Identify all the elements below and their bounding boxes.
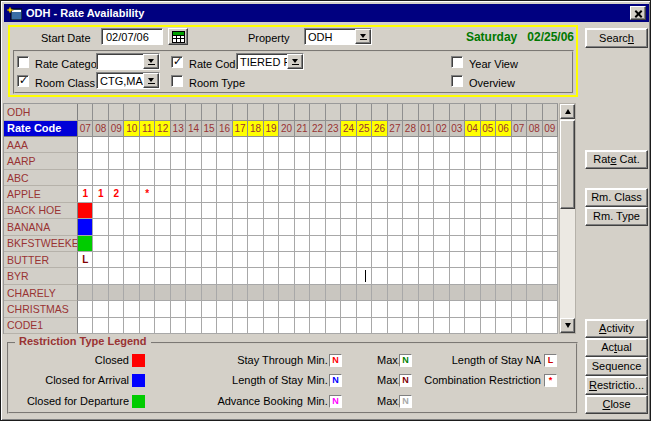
grid-cell[interactable] bbox=[264, 252, 279, 268]
rate-code-row-label[interactable]: CHRISTMAS bbox=[4, 301, 78, 317]
grid-cell[interactable] bbox=[512, 236, 527, 252]
grid-cell[interactable] bbox=[419, 318, 434, 334]
grid-cell[interactable] bbox=[295, 285, 310, 301]
grid-cell[interactable] bbox=[450, 252, 465, 268]
grid-cell[interactable] bbox=[419, 186, 434, 202]
grid-cell[interactable] bbox=[295, 186, 310, 202]
date-header-cell[interactable]: 18 bbox=[248, 121, 263, 138]
grid-cell[interactable] bbox=[171, 236, 186, 252]
grid-cell[interactable] bbox=[465, 268, 480, 284]
grid-cell[interactable] bbox=[527, 153, 542, 169]
grid-cell[interactable] bbox=[357, 186, 372, 202]
grid-cell[interactable] bbox=[543, 318, 558, 334]
grid-cell[interactable] bbox=[357, 301, 372, 317]
date-header-cell[interactable]: 10 bbox=[124, 121, 139, 138]
grid-cell[interactable] bbox=[264, 318, 279, 334]
grid-cell[interactable] bbox=[202, 153, 217, 169]
grid-cell[interactable] bbox=[372, 170, 387, 186]
grid-cell[interactable] bbox=[527, 203, 542, 219]
grid-cell[interactable] bbox=[186, 153, 201, 169]
grid-cell[interactable] bbox=[465, 170, 480, 186]
grid-cell[interactable] bbox=[403, 236, 418, 252]
grid-cell[interactable] bbox=[450, 236, 465, 252]
grid-cell[interactable] bbox=[419, 104, 434, 121]
date-header-cell[interactable]: 08 bbox=[93, 121, 108, 138]
grid-cell[interactable] bbox=[78, 301, 93, 317]
grid-cell[interactable] bbox=[109, 236, 124, 252]
grid-cell[interactable] bbox=[233, 252, 248, 268]
grid-cell[interactable] bbox=[357, 268, 372, 284]
grid-cell[interactable] bbox=[171, 318, 186, 334]
grid-cell[interactable] bbox=[543, 153, 558, 169]
grid-cell[interactable] bbox=[186, 170, 201, 186]
overview-checkbox[interactable] bbox=[451, 75, 463, 87]
grid-cell[interactable] bbox=[481, 285, 496, 301]
grid-cell[interactable] bbox=[279, 186, 294, 202]
grid-cell[interactable] bbox=[326, 236, 341, 252]
restriction-fill-cell[interactable] bbox=[78, 236, 93, 252]
grid-cell[interactable] bbox=[202, 219, 217, 235]
grid-cell[interactable] bbox=[279, 104, 294, 121]
grid-cell[interactable] bbox=[140, 236, 155, 252]
grid-cell[interactable] bbox=[93, 170, 108, 186]
grid-cell[interactable] bbox=[341, 170, 356, 186]
grid-cell[interactable] bbox=[93, 318, 108, 334]
grid-cell[interactable] bbox=[481, 104, 496, 121]
rate-code-row-label[interactable]: CODE1 bbox=[4, 318, 78, 334]
grid-cell[interactable] bbox=[295, 153, 310, 169]
grid-cell[interactable] bbox=[450, 137, 465, 153]
grid-cell[interactable] bbox=[465, 318, 480, 334]
date-header-cell[interactable]: 25 bbox=[357, 121, 372, 138]
grid-cell[interactable] bbox=[109, 285, 124, 301]
property-combo[interactable]: ODH bbox=[304, 28, 372, 45]
grid-cell[interactable] bbox=[295, 252, 310, 268]
date-header-cell[interactable]: 07 bbox=[78, 121, 93, 138]
rate-code-row-label[interactable]: AARP bbox=[4, 153, 78, 169]
grid-cell[interactable] bbox=[403, 219, 418, 235]
grid-cell[interactable] bbox=[155, 268, 170, 284]
grid-cell[interactable] bbox=[465, 186, 480, 202]
grid-cell[interactable] bbox=[450, 186, 465, 202]
grid-cell[interactable] bbox=[186, 203, 201, 219]
date-header-cell[interactable]: 26 bbox=[372, 121, 387, 138]
grid-cell[interactable] bbox=[264, 301, 279, 317]
grid-cell[interactable] bbox=[341, 219, 356, 235]
search-button[interactable]: Search bbox=[585, 28, 648, 48]
grid-cell[interactable] bbox=[155, 301, 170, 317]
date-header-cell[interactable]: 15 bbox=[202, 121, 217, 138]
grid-cell[interactable] bbox=[93, 285, 108, 301]
activity-button[interactable]: Activity bbox=[585, 319, 648, 338]
grid-cell[interactable] bbox=[512, 252, 527, 268]
grid-cell[interactable] bbox=[357, 137, 372, 153]
grid-cell[interactable] bbox=[481, 170, 496, 186]
grid-cell[interactable] bbox=[217, 268, 232, 284]
grid-cell[interactable] bbox=[140, 137, 155, 153]
rate-code-row-label[interactable]: AAA bbox=[4, 137, 78, 153]
grid-cell[interactable] bbox=[419, 153, 434, 169]
grid-cell[interactable] bbox=[279, 219, 294, 235]
grid-cell[interactable] bbox=[310, 153, 325, 169]
grid-cell[interactable] bbox=[388, 285, 403, 301]
grid-cell[interactable] bbox=[434, 301, 449, 317]
grid-cell[interactable] bbox=[171, 170, 186, 186]
date-header-cell[interactable]: 20 bbox=[279, 121, 294, 138]
grid-cell[interactable] bbox=[496, 318, 511, 334]
grid-cell[interactable] bbox=[155, 252, 170, 268]
grid-cell[interactable] bbox=[357, 318, 372, 334]
grid-cell[interactable] bbox=[140, 203, 155, 219]
rate-code-row-label[interactable]: CHARELY bbox=[4, 285, 78, 301]
grid-cell[interactable] bbox=[388, 186, 403, 202]
grid-cell[interactable] bbox=[233, 219, 248, 235]
vertical-scrollbar[interactable] bbox=[559, 103, 576, 334]
grid-cell[interactable] bbox=[93, 252, 108, 268]
grid-cell[interactable] bbox=[124, 186, 139, 202]
grid-cell[interactable] bbox=[93, 104, 108, 121]
date-header-cell[interactable]: 02 bbox=[434, 121, 449, 138]
grid-cell[interactable] bbox=[171, 252, 186, 268]
grid-cell[interactable] bbox=[512, 219, 527, 235]
grid-cell[interactable] bbox=[295, 170, 310, 186]
grid-cell[interactable] bbox=[186, 252, 201, 268]
grid-cell[interactable] bbox=[264, 285, 279, 301]
grid-cell[interactable] bbox=[155, 318, 170, 334]
grid-cell[interactable] bbox=[403, 285, 418, 301]
